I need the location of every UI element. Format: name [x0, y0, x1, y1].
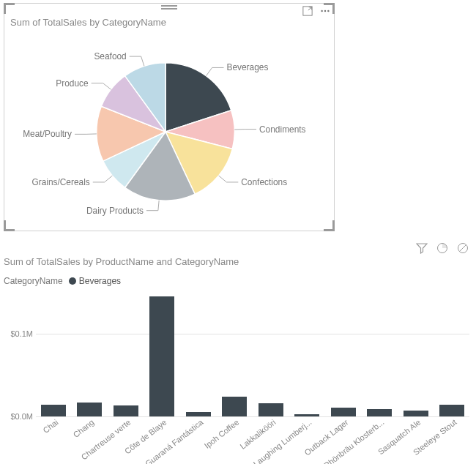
pie-leader-line	[219, 176, 239, 182]
pie-leader-line	[93, 176, 113, 182]
pie-slice-label: Grains/Cereals	[31, 177, 89, 187]
svg-point-2	[324, 10, 326, 12]
pie-slice-label: Dairy Products	[86, 206, 144, 216]
svg-line-6	[460, 245, 466, 252]
pie-slice-label: Condiments	[259, 124, 306, 135]
chart-title: Sum of TotalSales by ProductName and Cat…	[4, 256, 472, 267]
bar-item[interactable]: Chang	[77, 403, 103, 416]
x-axis-label: Laughing Lumberj...	[252, 418, 313, 464]
gridline	[36, 416, 469, 417]
pie-chart-svg[interactable]: BeveragesCondimentsConfectionsDairy Prod…	[4, 30, 334, 226]
bar-rect[interactable]	[186, 412, 211, 416]
bars-row: ChaiChangChartreuse verteCôte de BlayeGu…	[36, 292, 469, 416]
pie-leader-line	[92, 83, 111, 90]
bar-rect[interactable]	[439, 405, 464, 416]
selection-corner[interactable]	[4, 3, 15, 14]
drill-toolbar	[0, 242, 475, 255]
bar-rect[interactable]	[41, 405, 66, 416]
svg-point-3	[327, 10, 329, 12]
pie-chart-body: BeveragesCondimentsConfectionsDairy Prod…	[4, 30, 334, 226]
drag-handle[interactable]	[161, 3, 177, 12]
bar-item[interactable]: Outback Lager	[330, 408, 357, 416]
svg-point-1	[321, 10, 322, 12]
x-axis-label: Chai	[41, 418, 59, 435]
bar-item[interactable]: Lakkalikööri	[258, 403, 284, 416]
bar-rect[interactable]	[259, 403, 283, 416]
visual-toolbar	[302, 5, 331, 17]
legend-swatch	[69, 277, 76, 285]
legend-key: CategoryName	[4, 276, 63, 286]
pie-slice-label: Beverages	[226, 62, 268, 72]
bar-item[interactable]: Côte de Blaye	[149, 296, 176, 416]
pie-leader-line	[206, 67, 223, 75]
bar-rect[interactable]	[294, 414, 319, 416]
bar-rect[interactable]	[222, 397, 247, 416]
y-axis-tick: $0.1M	[4, 329, 33, 338]
bar-rect[interactable]	[367, 409, 392, 416]
pie-slice-label: Produce	[56, 78, 89, 89]
bar-rect[interactable]	[77, 403, 102, 416]
focus-mode-icon[interactable]	[302, 5, 313, 17]
x-axis-label: Rhönbräu Klosterb...	[322, 418, 386, 464]
bar-item[interactable]: Laughing Lumberj...	[294, 414, 321, 416]
chart-title: Sum of TotalSales by CategoryName	[10, 17, 166, 28]
legend: CategoryName Beverages	[4, 276, 472, 286]
pie-slice-label: Seafood	[94, 51, 126, 61]
bar-item[interactable]: Chartreuse verte	[113, 405, 139, 416]
pie-leader-line	[146, 201, 159, 211]
bar-item[interactable]: Chai	[40, 405, 67, 416]
y-axis-tick: $0.0M	[4, 412, 33, 421]
bar-item[interactable]: Ipoh Coffee	[222, 397, 248, 416]
bar-chart-visual[interactable]: Sum of TotalSales by ProductName and Cat…	[4, 256, 472, 461]
pie-chart-visual[interactable]: Sum of TotalSales by CategoryName Bevera…	[4, 3, 335, 231]
bar-rect[interactable]	[149, 296, 174, 416]
pie-slice-label: Confections	[241, 177, 287, 187]
legend-value: Beverages	[79, 276, 121, 286]
bar-rect[interactable]	[404, 411, 428, 416]
bar-item[interactable]: Steeleye Stout	[439, 405, 466, 416]
bar-item[interactable]: Guaraná Fantástica	[185, 412, 212, 416]
x-axis-label: Ipoh Coffee	[203, 418, 241, 450]
bar-item[interactable]: Sasquatch Ale	[403, 411, 429, 416]
drill-mode-icon[interactable]	[436, 242, 449, 255]
pie-leader-line	[130, 56, 144, 66]
more-options-icon[interactable]	[319, 5, 331, 17]
bar-item[interactable]: Rhönbräu Klosterb...	[367, 409, 393, 416]
bar-rect[interactable]	[331, 408, 356, 416]
pie-slice-label: Meat/Poultry	[23, 129, 72, 139]
bar-plot-area: $0.0M$0.1MChaiChangChartreuse verteCôte …	[36, 292, 469, 431]
x-axis-label: Chang	[72, 418, 96, 439]
clear-drill-icon[interactable]	[456, 242, 469, 255]
filter-icon[interactable]	[415, 242, 428, 255]
bar-rect[interactable]	[114, 405, 138, 416]
